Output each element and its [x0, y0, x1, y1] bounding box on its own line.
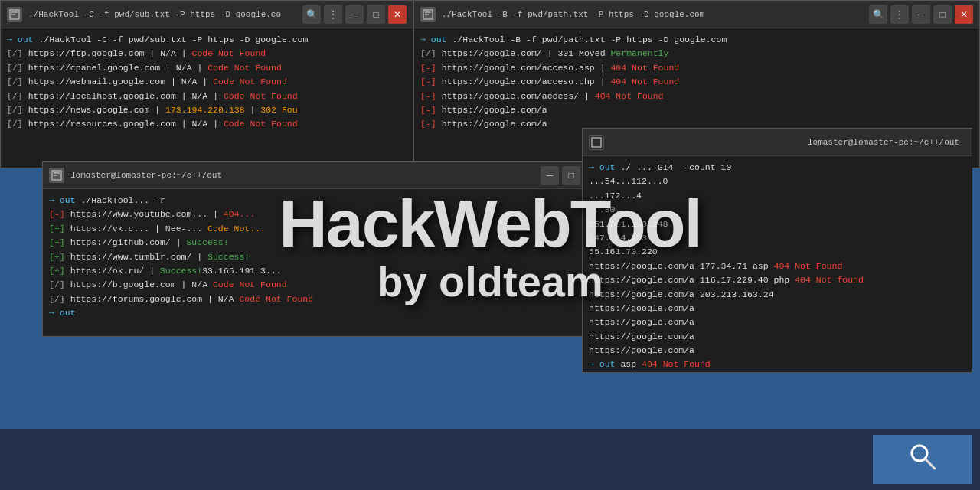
terminal-body-1: → out ./HackTool -C -f pwd/sub.txt -P ht…: [1, 28, 413, 168]
minimize-btn-2[interactable]: ─: [912, 5, 930, 24]
term-icon-1: [7, 7, 22, 22]
maximize-btn-3[interactable]: □: [562, 166, 580, 185]
term2-line-1: [/] https://google.com/ | 301 Moved Perm…: [420, 47, 973, 60]
term-icon-3: [49, 168, 64, 183]
term4-line-2: ...172...4: [589, 189, 965, 203]
term4-line-4: 251.231.130.248: [589, 217, 965, 231]
term4-line-13: https://google.com/a: [589, 344, 965, 358]
term4-line-5: 147.154.223: [589, 231, 965, 245]
term2-line-4: [-] https://google.com/access/ | 404 Not…: [420, 90, 973, 103]
term1-line-5: [/] https://news.google.com | 173.194.22…: [7, 103, 407, 117]
search-icon: [907, 441, 938, 478]
term1-line-3: [/] https://webmail.google.com | N/A | C…: [7, 75, 407, 89]
term4-line-7: https://google.com/a 177.34.71 asp 404 N…: [589, 260, 965, 273]
terminal-window-4: lomaster@lomaster-pc:~/c++/out → out ./ …: [582, 128, 972, 373]
term-icon-4: [589, 135, 604, 150]
term4-line-10: https://google.com/a: [589, 302, 965, 315]
term3-line-2: [+] https://vk.c... | Nee-... Code Not..…: [49, 222, 602, 236]
maximize-btn-2[interactable]: □: [933, 5, 952, 24]
minimize-btn-1[interactable]: ─: [345, 5, 364, 24]
term3-line-3: [+] https://github.com/ | Success!: [49, 236, 602, 250]
menu-btn-1[interactable]: ⋮: [324, 5, 342, 24]
term3-line-4: [+] https://www.tumblr.com/ | Success!: [49, 250, 602, 264]
term4-line-11: https://google.com/a: [589, 315, 965, 329]
term2-line-2: [-] https://google.com/acceso.asp | 404 …: [420, 61, 973, 75]
term-icon-2: [420, 7, 436, 22]
term3-cmd2: → out: [49, 306, 602, 320]
titlebar-3: lomaster@lomaster-pc:~/c++/out ─ □ ✕: [43, 162, 608, 189]
term1-line-cmd: → out ./HackTool -C -f pwd/sub.txt -P ht…: [7, 33, 407, 47]
term4-line-1: ...54...112...0: [589, 175, 965, 188]
title-buttons-1: 🔍 ⋮ ─ □ ✕: [302, 5, 407, 24]
title-text-1: ./HackTool -C -f pwd/sub.txt -P https -D…: [28, 10, 296, 19]
terminal-window-1: ./HackTool -C -f pwd/sub.txt -P https -D…: [0, 0, 413, 168]
term4-line-6: 55.161.70.220: [589, 245, 965, 259]
term1-line-4: [/] https://localhost.google.com | N/A |…: [7, 90, 407, 103]
search-btn-2[interactable]: 🔍: [869, 5, 887, 24]
term3-line-6: [/] https://b.google.com | N/A Code Not …: [49, 278, 602, 292]
search-btn-1[interactable]: 🔍: [302, 5, 321, 24]
titlebar-4: lomaster@lomaster-pc:~/c++/out: [583, 129, 972, 156]
minimize-btn-3[interactable]: ─: [541, 166, 559, 185]
term3-line-5: [+] https://ok.ru/ | Success!33.165.191 …: [49, 264, 602, 278]
close-btn-2[interactable]: ✕: [955, 5, 973, 24]
title-text-4: lomaster@lomaster-pc:~/c++/out: [610, 138, 965, 147]
titlebar-1: ./HackTool -C -f pwd/sub.txt -P https -D…: [1, 1, 413, 28]
term2-line-5: [-] https://google.com/a: [420, 103, 973, 117]
menu-btn-2[interactable]: ⋮: [890, 5, 909, 24]
term1-line-6: [/] https://resources.google.com | N/A |…: [7, 117, 407, 131]
term1-line-1: [/] https://ftp.google.com | N/A | Code …: [7, 47, 407, 60]
term4-line-12: https://google.com/a: [589, 330, 965, 344]
term4-line-cmd: → out ./ ...-GI4 --count 10: [589, 161, 965, 175]
term3-cmd: → out ./HackTool... -r: [49, 194, 602, 207]
term3-line-1: [-] https://www.youtube.com... | 404...: [49, 207, 602, 221]
term4-cmd2: → out asp 404 Not Found: [589, 358, 965, 371]
svg-rect-9: [592, 138, 601, 147]
terminal-body-4: → out ./ ...-GI4 --count 10 ...54...112.…: [583, 156, 972, 372]
term2-line-cmd: → out ./HackTool -B -f pwd/path.txt -P h…: [420, 33, 973, 47]
svg-line-11: [925, 459, 935, 469]
terminal-body-3: → out ./HackTool... -r [-] https://www.y…: [43, 189, 608, 336]
title-text-2: ./HackTool -B -f pwd/path.txt -P https -…: [442, 10, 863, 19]
title-buttons-2: 🔍 ⋮ ─ □ ✕: [869, 5, 973, 24]
search-widget[interactable]: [873, 435, 972, 484]
term4-line-3: ...80.: [589, 203, 965, 217]
maximize-btn-1[interactable]: □: [367, 5, 385, 24]
desktop: ./HackTool -C -f pwd/sub.txt -P https -D…: [0, 0, 980, 490]
term2-line-3: [-] https://google.com/acceso.php | 404 …: [420, 75, 973, 89]
term3-line-7: [/] https://forums.google.com | N/A Code…: [49, 292, 602, 306]
close-btn-1[interactable]: ✕: [388, 5, 407, 24]
term1-line-2: [/] https://cpanel.google.com | N/A | Co…: [7, 61, 407, 75]
terminal-window-3: lomaster@lomaster-pc:~/c++/out ─ □ ✕ → o…: [42, 161, 609, 337]
term4-line-8: https://google.com/a 116.17.229.40 php 4…: [589, 273, 965, 287]
title-text-3: lomaster@lomaster-pc:~/c++/out: [70, 171, 534, 180]
titlebar-2: ./HackTool -B -f pwd/path.txt -P https -…: [414, 1, 979, 28]
term4-line-9: https://google.com/a 203.213.163.24: [589, 288, 965, 302]
taskbar: [0, 429, 980, 490]
